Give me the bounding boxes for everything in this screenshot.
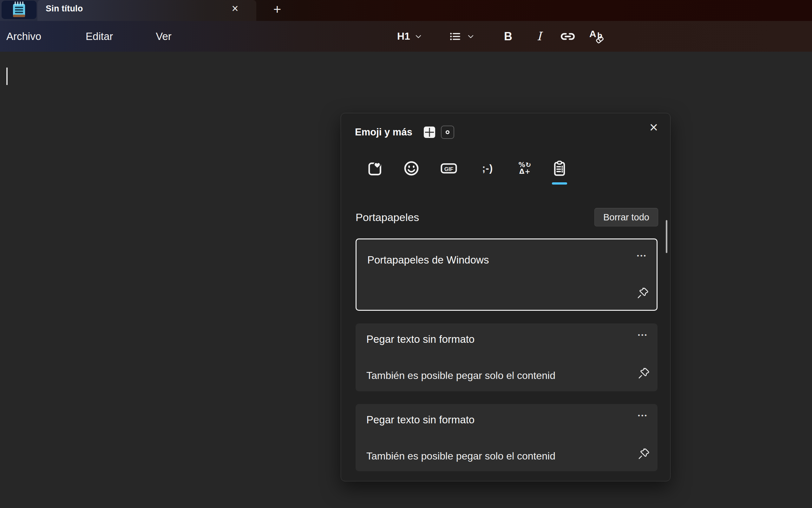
clipboard-item-body: También es posible pegar solo el conteni… (366, 370, 627, 381)
section-title: Portapapeles (356, 211, 419, 223)
clear-all-button[interactable]: Borrar todo (595, 208, 658, 226)
period-dot-icon (445, 130, 450, 135)
pin-icon (636, 287, 649, 300)
tab-sin-titulo[interactable]: Sin título × (37, 0, 256, 21)
period-key-icon (441, 126, 454, 139)
menu-bar: Archivo Editar Ver H1 B I (0, 21, 812, 52)
menu-editar[interactable]: Editar (82, 31, 116, 42)
recent-heart-icon (367, 160, 383, 177)
category-emoji-button[interactable] (403, 160, 420, 177)
italic-button[interactable]: I (532, 21, 546, 52)
notepad-app-icon (2, 1, 37, 19)
item-more-button[interactable]: ••• (638, 332, 648, 339)
category-gif-button[interactable]: GIF (440, 160, 458, 177)
tab-title: Sin título (46, 4, 83, 14)
item-more-button[interactable]: ••• (637, 252, 647, 259)
menu-ver[interactable]: Ver (153, 31, 175, 42)
heading-style-label: H1 (397, 31, 410, 42)
eraser-icon (595, 36, 605, 44)
heading-style-dropdown[interactable]: H1 (397, 21, 421, 52)
clipboard-item-body: También es posible pegar solo el conteni… (366, 450, 627, 462)
panel-title: Emoji y más (355, 127, 412, 138)
symbols-icon: %↻ Δ+ (519, 162, 532, 175)
category-recent-button[interactable] (366, 160, 384, 177)
bulleted-list-icon (448, 30, 462, 43)
pin-icon (637, 448, 650, 460)
panel-header: Emoji y más (355, 125, 454, 139)
selected-category-indicator (552, 182, 567, 184)
chevron-down-icon (415, 35, 421, 38)
item-pin-button[interactable] (636, 287, 649, 301)
emoji-clipboard-panel: Emoji y más × GIF (341, 113, 671, 481)
gif-icon: GIF (440, 160, 458, 177)
clipboard-item[interactable]: Pegar texto sin formato ••• También es p… (356, 324, 657, 391)
clipboard-item-title: Pegar texto sin formato (366, 414, 475, 426)
new-tab-button[interactable]: + (268, 1, 286, 18)
list-style-dropdown[interactable] (448, 21, 474, 52)
category-symbols-button[interactable]: %↻ Δ+ (516, 160, 534, 177)
pin-icon (637, 367, 650, 380)
clipboard-item[interactable]: Pegar texto sin formato ••• También es p… (356, 404, 657, 471)
link-icon (560, 30, 576, 43)
item-more-button[interactable]: ••• (638, 412, 648, 419)
panel-scrollbar-thumb[interactable] (666, 220, 667, 253)
clipboard-icon (552, 160, 567, 177)
clipboard-item-title: Portapapeles de Windows (367, 254, 489, 266)
panel-close-button[interactable]: × (644, 118, 663, 137)
bold-button[interactable]: B (501, 21, 515, 52)
notepad-icon (12, 1, 26, 18)
text-caret (6, 68, 8, 85)
tab-close-button[interactable]: × (226, 1, 244, 16)
clipboard-items-list: Portapapeles de Windows ••• Pegar texto … (356, 239, 657, 484)
item-pin-button[interactable] (637, 448, 650, 461)
item-pin-button[interactable] (637, 367, 650, 381)
category-kaomoji-button[interactable]: ;-) (479, 160, 496, 177)
menu-items: Archivo Editar Ver (0, 21, 175, 52)
smiley-icon (403, 160, 420, 177)
chevron-down-icon (468, 35, 474, 38)
clipboard-item-title: Pegar texto sin formato (366, 333, 475, 345)
menu-archivo[interactable]: Archivo (3, 31, 44, 42)
gif-label: GIF (444, 166, 454, 172)
windows-key-icon (422, 125, 437, 139)
clear-formatting-button[interactable]: A b (589, 21, 609, 52)
category-clipboard-button[interactable] (551, 160, 568, 177)
insert-link-button[interactable] (560, 21, 576, 52)
clipboard-item[interactable]: Portapapeles de Windows ••• (356, 239, 657, 311)
tab-bar: Sin título × + (0, 0, 812, 21)
clipboard-section-header: Portapapeles Borrar todo (356, 207, 658, 227)
